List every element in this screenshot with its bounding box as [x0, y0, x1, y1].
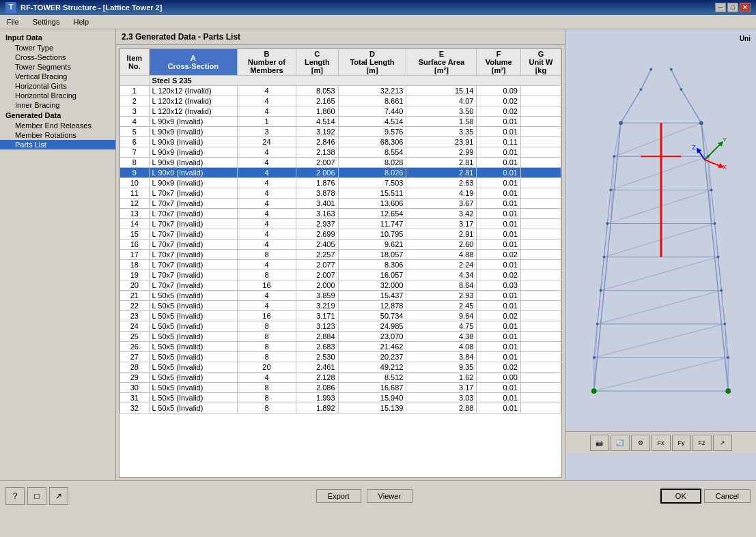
cell-num-members: 8 [237, 403, 296, 413]
cell-surface-area: 4.88 [406, 250, 477, 260]
table-row[interactable]: 25 L 50x5 (Invalid) 8 2.884 23.070 4.38 … [120, 332, 561, 342]
table-row[interactable]: 9 L 90x9 (Invalid) 4 2.006 8.026 2.81 0.… [120, 168, 561, 178]
sidebar-item-horizontal-girts[interactable]: Horizontal Girts [0, 81, 115, 91]
table-row[interactable]: 15 L 70x7 (Invalid) 4 2.699 10.795 2.91 … [120, 229, 561, 240]
table-row[interactable]: 21 L 50x5 (Invalid) 4 3.859 15.437 2.93 … [120, 291, 561, 301]
maximize-button[interactable]: □ [727, 3, 738, 12]
cell-cross-section: L 70x7 (Invalid) [149, 199, 237, 209]
table-row[interactable]: 27 L 50x5 (Invalid) 8 2.530 20.237 3.84 … [120, 352, 561, 362]
table-row[interactable]: 4 L 90x9 (Invalid) 1 4.514 4.514 1.58 0.… [120, 117, 561, 127]
cell-total-length: 15.437 [338, 291, 406, 301]
table-row[interactable]: 8 L 90x9 (Invalid) 4 2.007 8.028 2.81 0.… [120, 158, 561, 168]
cell-num-members: 8 [237, 393, 296, 403]
table-row[interactable]: 1 L 120x12 (Invalid) 4 8.053 32.213 15.1… [120, 86, 561, 96]
viewer-fz-btn[interactable]: Fz [692, 435, 712, 451]
table-row[interactable]: 6 L 90x9 (Invalid) 24 2.846 68.306 23.91… [120, 137, 561, 147]
copy-btn[interactable]: □ [27, 487, 46, 505]
table-row[interactable]: 30 L 50x5 (Invalid) 8 2.086 16.687 3.17 … [120, 383, 561, 393]
ok-button[interactable]: OK [660, 489, 701, 504]
table-row[interactable]: 26 L 50x5 (Invalid) 8 2.683 21.462 4.08 … [120, 342, 561, 352]
cell-surface-area: 2.81 [406, 158, 477, 168]
cell-total-length: 8.026 [338, 168, 406, 178]
table-row[interactable]: 17 L 70x7 (Invalid) 8 2.257 18.057 4.88 … [120, 250, 561, 260]
sidebar-item-parts-list[interactable]: Parts List [0, 140, 115, 149]
cell-length: 3.163 [296, 209, 338, 219]
cell-unit-weight [520, 188, 561, 199]
table-row[interactable]: 10 L 90x9 (Invalid) 4 1.876 7.503 2.63 0… [120, 178, 561, 188]
table-row[interactable]: 14 L 70x7 (Invalid) 4 2.937 11.747 3.17 … [120, 219, 561, 229]
table-row[interactable]: 20 L 70x7 (Invalid) 16 2.000 32.000 8.64… [120, 280, 561, 291]
menu-file[interactable]: File [3, 16, 23, 27]
menu-settings[interactable]: Settings [29, 16, 64, 27]
cancel-button[interactable]: Cancel [704, 489, 751, 503]
cell-num-members: 4 [237, 260, 296, 270]
table-row[interactable]: 13 L 70x7 (Invalid) 4 3.163 12.654 3.42 … [120, 209, 561, 219]
cell-volume: 0.01 [477, 178, 521, 188]
minimize-button[interactable]: ─ [715, 3, 726, 12]
cell-volume: 0.01 [477, 301, 521, 311]
table-row[interactable]: 12 L 70x7 (Invalid) 4 3.401 13.606 3.67 … [120, 199, 561, 209]
cell-surface-area: 4.38 [406, 332, 477, 342]
cell-total-length: 50.734 [338, 311, 406, 321]
cell-num-members: 4 [237, 178, 296, 188]
export-button[interactable]: Export [316, 489, 361, 503]
cell-volume: 0.02 [477, 362, 521, 373]
table-row[interactable]: 22 L 50x5 (Invalid) 4 3.219 12.878 2.45 … [120, 301, 561, 311]
help-btn[interactable]: ? [5, 487, 25, 505]
sidebar-item-inner-bracing[interactable]: Inner Bracing [0, 100, 115, 110]
table-row[interactable]: 3 L 120x12 (Invalid) 4 1.860 7.440 3.50 … [120, 106, 561, 117]
cell-total-length: 24.985 [338, 321, 406, 332]
sidebar-item-tower-segments[interactable]: Tower Segments [0, 62, 115, 72]
table-row[interactable]: 31 L 50x5 (Invalid) 8 1.993 15.940 3.03 … [120, 393, 561, 403]
cell-total-length: 11.747 [338, 219, 406, 229]
cell-unit-weight [520, 219, 561, 229]
cell-length: 1.860 [296, 106, 338, 117]
table-row[interactable]: 16 L 70x7 (Invalid) 4 2.405 9.621 2.60 0… [120, 240, 561, 250]
table-wrapper[interactable]: ItemNo. ACross-Section BNumber ofMembers… [119, 48, 562, 478]
viewer-button[interactable]: Viewer [367, 489, 412, 503]
cell-item: 4 [120, 117, 150, 127]
table-row[interactable]: 19 L 70x7 (Invalid) 8 2.007 16.057 4.34 … [120, 270, 561, 280]
cell-num-members: 3 [237, 127, 296, 137]
table-row[interactable]: 24 L 50x5 (Invalid) 8 3.123 24.985 4.75 … [120, 321, 561, 332]
viewer-settings-btn[interactable]: ⚙ [631, 435, 650, 451]
table-row[interactable]: 32 L 50x5 (Invalid) 8 1.892 15.139 2.88 … [120, 403, 561, 413]
menu-help[interactable]: Help [69, 16, 93, 27]
svg-point-59 [619, 121, 623, 125]
sidebar-item-cross-sections[interactable]: Cross-Sections [0, 53, 115, 62]
viewer-expand-btn[interactable]: ↗ [713, 435, 732, 451]
viewer-fy-btn[interactable]: Fy [672, 435, 691, 451]
close-button[interactable]: ✕ [740, 3, 751, 12]
cell-item: 21 [120, 291, 150, 301]
cell-total-length: 8.512 [338, 373, 406, 383]
export-icon-btn[interactable]: ↗ [49, 487, 68, 505]
table-row[interactable]: 2 L 120x12 (Invalid) 4 2.165 8.661 4.07 … [120, 96, 561, 106]
cell-total-length: 18.057 [338, 250, 406, 260]
cell-total-length: 4.514 [338, 117, 406, 127]
table-row[interactable]: 28 L 50x5 (Invalid) 20 2.461 49.212 9.35… [120, 362, 561, 373]
cell-cross-section: L 90x9 (Invalid) [149, 117, 237, 127]
menu-bar: File Settings Help [0, 15, 756, 29]
group-row-steel: Steel S 235 [120, 76, 561, 86]
table-row[interactable]: 29 L 50x5 (Invalid) 4 2.128 8.512 1.62 0… [120, 373, 561, 383]
viewer-screenshot-btn[interactable]: 📷 [590, 435, 609, 451]
table-row[interactable]: 18 L 70x7 (Invalid) 4 2.077 8.306 2.24 0… [120, 260, 561, 270]
cell-surface-area: 9.64 [406, 311, 477, 321]
sidebar-item-member-rotations[interactable]: Member Rotations [0, 130, 115, 140]
sidebar-item-horizontal-bracing[interactable]: Horizontal Bracing [0, 91, 115, 100]
table-row[interactable]: 7 L 90x9 (Invalid) 4 2.138 8.554 2.99 0.… [120, 147, 561, 158]
viewer-fx-btn[interactable]: Fx [652, 435, 671, 451]
cell-item: 12 [120, 199, 150, 209]
sidebar-item-vertical-bracing[interactable]: Vertical Bracing [0, 72, 115, 81]
table-row[interactable]: 5 L 90x9 (Invalid) 3 3.192 9.576 3.35 0.… [120, 127, 561, 137]
cell-length: 1.892 [296, 403, 338, 413]
sidebar-item-member-end-releases[interactable]: Member End Releases [0, 121, 115, 130]
viewer-reset-btn[interactable]: 🔄 [611, 435, 630, 451]
cell-total-length: 32.213 [338, 86, 406, 96]
cell-length: 2.007 [296, 270, 338, 280]
table-row[interactable]: 23 L 50x5 (Invalid) 16 3.171 50.734 9.64… [120, 311, 561, 321]
cell-cross-section: L 90x9 (Invalid) [149, 137, 237, 147]
cell-item: 13 [120, 209, 150, 219]
sidebar-item-tower-type[interactable]: Tower Type [0, 43, 115, 53]
table-row[interactable]: 11 L 70x7 (Invalid) 4 3.878 15.511 4.19 … [120, 188, 561, 199]
